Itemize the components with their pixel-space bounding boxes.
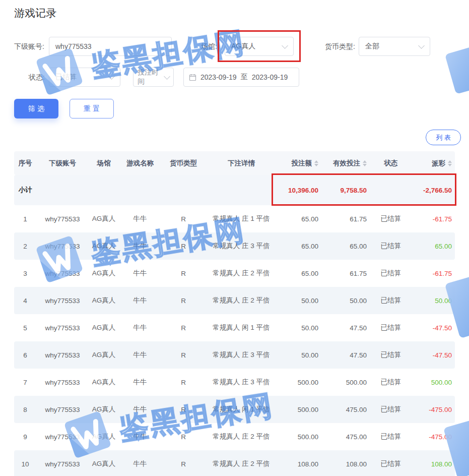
account-label: 下级账号: xyxy=(14,42,44,51)
cell-detail: 常规真人 庄 3 平倍 xyxy=(206,242,277,251)
list-view-button[interactable]: 列 表 xyxy=(426,130,461,145)
cell-status: 已结算 xyxy=(370,350,412,360)
venue-select[interactable]: AG真人 xyxy=(225,37,294,56)
status-select[interactable]: 已结算 xyxy=(49,68,120,87)
cell-venue: AG真人 xyxy=(89,269,119,278)
cell-account: why775533 xyxy=(36,433,89,441)
header-valid-sort[interactable]: 有效投注 xyxy=(321,159,370,168)
account-input[interactable] xyxy=(49,37,171,55)
table-row[interactable]: 1 why775533 AG真人 牛牛 R 常规真人 庄 1 平倍 65.00 … xyxy=(14,205,455,232)
cell-currency: R xyxy=(161,460,206,468)
subtotal-valid: 9,758.50 xyxy=(321,187,370,194)
subtotal-bet: 10,396.00 xyxy=(277,187,321,194)
table-row[interactable]: 9 why775533 AG真人 牛牛 R 常规真人 庄 2 平倍 500.00… xyxy=(14,423,455,450)
cell-status: 已结算 xyxy=(370,269,412,278)
cell-venue: AG真人 xyxy=(89,242,119,251)
table-body: 1 why775533 AG真人 牛牛 R 常规真人 庄 1 平倍 65.00 … xyxy=(14,205,455,476)
cell-account: why775533 xyxy=(36,351,89,359)
cell-account: why775533 xyxy=(36,379,89,386)
currency-select[interactable]: 全部 xyxy=(359,37,430,56)
table-row[interactable]: 10 why775533 AG真人 牛牛 R 常规真人 庄 2 平倍 108.0… xyxy=(14,450,455,476)
cell-detail: 常规真人 闲 1 平倍 xyxy=(206,323,277,332)
cell-payout: -61.75 xyxy=(412,215,455,223)
cell-index: 10 xyxy=(14,460,36,468)
cell-index: 9 xyxy=(14,433,36,441)
date-separator: 至 xyxy=(241,73,248,82)
cell-status: 已结算 xyxy=(370,242,412,251)
cell-detail: 常规真人 庄 3 平倍 xyxy=(206,378,277,387)
table-row[interactable]: 6 why775533 AG真人 牛牛 R 常规真人 庄 3 平倍 50.00 … xyxy=(14,341,455,369)
cell-payout: -47.50 xyxy=(412,324,455,332)
subtotal-payout: -2,766.50 xyxy=(412,187,455,194)
watermark-fragment xyxy=(445,46,469,94)
chevron-down-icon xyxy=(108,73,115,80)
cell-currency: R xyxy=(161,215,206,223)
cell-venue: AG真人 xyxy=(89,214,119,223)
time-type-select[interactable]: 投注时间 xyxy=(133,68,174,87)
filter-button[interactable]: 筛 选 xyxy=(14,99,58,118)
cell-detail: 常规真人 庄 1 平倍 xyxy=(206,214,277,223)
chevron-down-icon xyxy=(164,73,170,80)
cell-currency: R xyxy=(161,351,206,359)
table-row[interactable]: 2 why775533 AG真人 牛牛 R 常规真人 庄 3 平倍 65.00 … xyxy=(14,232,455,260)
cell-account: why775533 xyxy=(36,297,89,305)
table-row[interactable]: 4 why775533 AG真人 牛牛 R 常规真人 庄 2 平倍 50.00 … xyxy=(14,287,455,314)
cell-status: 已结算 xyxy=(370,214,412,223)
header-account: 下级账号 xyxy=(36,159,89,168)
cell-valid: 50.00 xyxy=(321,297,370,305)
cell-venue: AG真人 xyxy=(89,405,119,414)
cell-detail: 常规真人 庄 2 平倍 xyxy=(206,432,277,441)
cell-currency: R xyxy=(161,243,206,250)
cell-status: 已结算 xyxy=(370,432,412,441)
cell-index: 1 xyxy=(14,215,36,223)
cell-status: 已结算 xyxy=(370,405,412,414)
cell-valid: 47.50 xyxy=(321,324,370,332)
subtotal-row: 小计 10,396.00 9,758.50 -2,766.50 xyxy=(14,175,455,205)
cell-status: 已结算 xyxy=(370,378,412,387)
header-bet-sort[interactable]: 投注额 xyxy=(277,159,321,168)
cell-index: 5 xyxy=(14,324,36,332)
currency-label: 货币类型: xyxy=(325,42,355,51)
cell-game: 牛牛 xyxy=(119,459,161,468)
cell-detail: 常规真人 庄 3 平倍 xyxy=(206,350,277,360)
status-label: 状态: xyxy=(29,73,45,82)
header-payout-sort[interactable]: 派彩 xyxy=(412,159,455,168)
cell-account: why775533 xyxy=(36,324,89,332)
cell-payout: -61.75 xyxy=(412,270,455,277)
cell-payout: 50.00 xyxy=(412,297,455,305)
cell-valid: 108.00 xyxy=(321,460,370,468)
cell-valid: 475.00 xyxy=(321,433,370,441)
cell-account: why775533 xyxy=(36,243,89,250)
cell-index: 6 xyxy=(14,351,36,359)
table-row[interactable]: 8 why775533 AG真人 牛牛 R 常规真人 闲 1 平倍 500.00… xyxy=(14,396,455,423)
table-row[interactable]: 3 why775533 AG真人 牛牛 R 常规真人 庄 2 平倍 65.00 … xyxy=(14,260,455,287)
cell-index: 4 xyxy=(14,297,36,305)
cell-currency: R xyxy=(161,379,206,386)
header-status: 状态 xyxy=(370,159,412,168)
cell-currency: R xyxy=(161,270,206,277)
chevron-down-icon xyxy=(418,42,425,49)
cell-index: 8 xyxy=(14,406,36,413)
venue-label: 场馆: xyxy=(201,42,217,51)
currency-select-value: 全部 xyxy=(365,42,379,51)
cell-venue: AG真人 xyxy=(89,350,119,360)
status-select-value: 已结算 xyxy=(55,73,77,82)
calendar-icon xyxy=(189,74,196,81)
cell-currency: R xyxy=(161,406,206,413)
cell-payout: -47.50 xyxy=(412,351,455,359)
cell-payout: -475.00 xyxy=(412,433,455,441)
cell-payout: 500.00 xyxy=(412,379,455,386)
cell-venue: AG真人 xyxy=(89,296,119,305)
cell-status: 已结算 xyxy=(370,323,412,332)
cell-valid: 65.00 xyxy=(321,243,370,250)
cell-bet: 500.00 xyxy=(277,433,321,441)
cell-index: 2 xyxy=(14,243,36,250)
cell-account: why775533 xyxy=(36,406,89,413)
reset-button[interactable]: 重 置 xyxy=(70,99,114,118)
cell-status: 已结算 xyxy=(370,296,412,305)
table-row[interactable]: 5 why775533 AG真人 牛牛 R 常规真人 闲 1 平倍 50.00 … xyxy=(14,314,455,341)
date-range-picker[interactable]: 2023-09-19 至 2023-09-19 xyxy=(183,68,299,87)
sort-icon xyxy=(363,160,367,166)
table-row[interactable]: 7 why775533 AG真人 牛牛 R 常规真人 庄 3 平倍 500.00… xyxy=(14,369,455,396)
cell-index: 3 xyxy=(14,270,36,277)
